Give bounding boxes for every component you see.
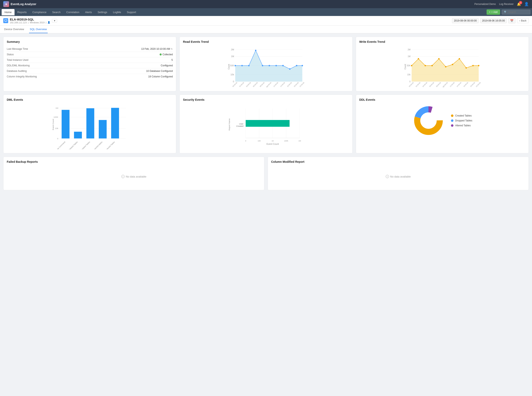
read-events-card: Read Events Trend 2M 1M 50K 10k 0 Count [179,37,352,91]
read-events-chart: 2M 1M 50K 10k 0 Count [183,46,349,87]
svg-text:08:00:00: 08:00:00 [436,82,441,87]
summary-row-ddl-dml: DDL/DML Monitoring Configured [7,63,173,68]
nav-settings[interactable]: Settings [95,9,110,15]
info-icon-2: i [386,175,389,178]
summary-row-col-integrity: Column Integrity Monitoring 18 Column Co… [7,74,173,79]
device-icon [3,18,8,23]
svg-text:12:00:00: 12:00:00 [273,82,279,87]
log-receiver-label[interactable]: Log Receiver [499,3,514,6]
nav-support[interactable]: Support [124,9,139,15]
col-integrity-value: 18 Column Configured [148,75,173,78]
failed-backup-no-data-text: No data available [126,175,146,178]
ddl-events-card: DDL Events Created Tables [356,95,529,153]
svg-text:0: 0 [57,137,58,140]
svg-text:10k: 10k [55,127,58,129]
svg-text:22:00:00: 22:00:00 [475,82,481,87]
svg-text:Deleted Tables: Deleted Tables [68,141,78,149]
svg-text:1K: 1K [272,140,274,142]
svg-text:14:00:00: 14:00:00 [456,82,462,87]
svg-rect-98 [246,120,290,127]
svg-text:04:00:00: 04:00:00 [422,82,428,87]
info-icon: i [121,175,125,178]
nav-search-box[interactable]: 🔍 [502,10,530,15]
summary-row-last-message: Last Message Time 13 Feb, 2020 10:10:00 … [7,46,173,52]
status-label: Status [7,53,14,56]
svg-text:Time: Time [266,86,271,87]
ddl-events-title: DDL Events [359,98,525,101]
date-start[interactable]: 2019-08-06 00:00:00 [452,18,478,23]
svg-text:Event Count: Event Count [267,143,279,145]
svg-text:22:00:00: 22:00:00 [299,82,305,87]
ddl-legend: Created Tables Dropped Tables Altered Ta… [451,114,472,127]
svg-point-15 [235,65,236,66]
nav-alerts[interactable]: Alerts [82,9,95,15]
svg-point-60 [478,65,479,66]
topbar-left: ⊞ EventLog Analyzer [3,1,36,7]
svg-point-20 [269,65,270,66]
calendar-button[interactable]: 📅 [508,18,515,23]
svg-text:0: 0 [233,80,234,83]
svg-text:1M: 1M [55,107,58,109]
svg-text:06:00:00: 06:00:00 [252,82,258,87]
db-audit-value: 10 Database Configured [146,70,173,72]
svg-rect-86 [111,108,119,139]
refresh-icon[interactable]: ↻ [171,48,173,50]
svg-text:04:00:00: 04:00:00 [246,82,252,87]
personalized-demo-label: Personalized Demo [475,3,496,6]
svg-text:Event Count: Event Count [52,119,54,130]
svg-point-22 [282,65,284,66]
search-input[interactable] [508,11,529,13]
tab-device-overview[interactable]: Device Overview [3,26,25,33]
date-end[interactable]: 2019-08-06 16:05:00 [480,18,507,23]
topbar-right: Personalized Demo Log Receiver 🔔 2 👤 [475,2,529,6]
ddl-donut-container: Created Tables Dropped Tables Altered Ta… [359,104,525,137]
add-button[interactable]: + + Add [486,9,500,15]
altered-tables-label: Altered Tables [455,124,471,127]
notification-badge[interactable]: 🔔 2 [517,2,521,6]
last-message-label: Last Message Time [7,47,28,50]
summary-row-db-audit: Database Auditing 10 Database Configured [7,68,173,74]
svg-text:Execute Command: Execute Command [53,141,66,149]
dml-events-chart: 1M 100K 10k 0 Event Count [7,104,173,149]
dropped-tables-label: Dropped Tables [455,119,472,122]
svg-text:0: 0 [409,81,411,83]
back-button[interactable]: ‹ Back [517,18,529,23]
nav-logme[interactable]: LogMe [110,9,124,15]
svg-point-56 [452,64,453,65]
back-label: Back [521,19,526,22]
svg-rect-84 [86,108,94,138]
write-events-title: Write Events Trend [359,40,525,43]
svg-text:0: 0 [245,140,246,142]
nav-reports[interactable]: Reports [15,9,30,15]
navbar: Home Reports Compliance Search Correlati… [0,8,532,16]
row-1: Summary Last Message Time 13 Feb, 2020 1… [3,37,529,91]
nav-home[interactable]: Home [2,9,15,15]
svg-point-50 [411,65,412,66]
svg-text:1M: 1M [408,55,411,58]
user-avatar-icon[interactable]: 👤 [524,2,529,6]
security-events-chart: Report Name User Created 0 100 1K 100K 1… [183,104,349,149]
ddl-donut-chart [412,104,445,137]
nav-compliance[interactable]: Compliance [29,9,49,15]
svg-text:Selected Tables: Selected Tables [105,141,115,149]
instances-label: Total Instance Used [7,58,28,61]
svg-text:10k: 10k [407,74,411,76]
svg-text:Count: Count [228,64,230,70]
nav-correlation[interactable]: Correlation [63,9,82,15]
svg-text:02:00:00: 02:00:00 [415,82,421,87]
svg-point-52 [425,65,426,66]
nav-search[interactable]: Search [49,9,63,15]
svg-text:Updated Tables: Updated Tables [80,141,91,149]
security-events-card: Security Events Report Name User Created… [179,95,352,153]
tab-sql-overview[interactable]: SQL Overview [29,26,48,33]
device-dropdown-button[interactable]: ▼ [52,19,57,23]
app-name: EventLog Analyzer [11,2,36,6]
app-logo-icon: ⊞ [3,1,9,7]
user-icon-small: 👤 [47,21,50,24]
main-content: Summary Last Message Time 13 Feb, 2020 1… [0,33,532,193]
row-2: DML Events 1M 100K 10k 0 Event Count [3,95,529,153]
db-audit-label: Database Auditing [7,70,27,72]
svg-text:06:00:00: 06:00:00 [429,82,435,87]
tabs: Device Overview SQL Overview [0,26,532,33]
dropped-tables-dot [451,119,453,122]
